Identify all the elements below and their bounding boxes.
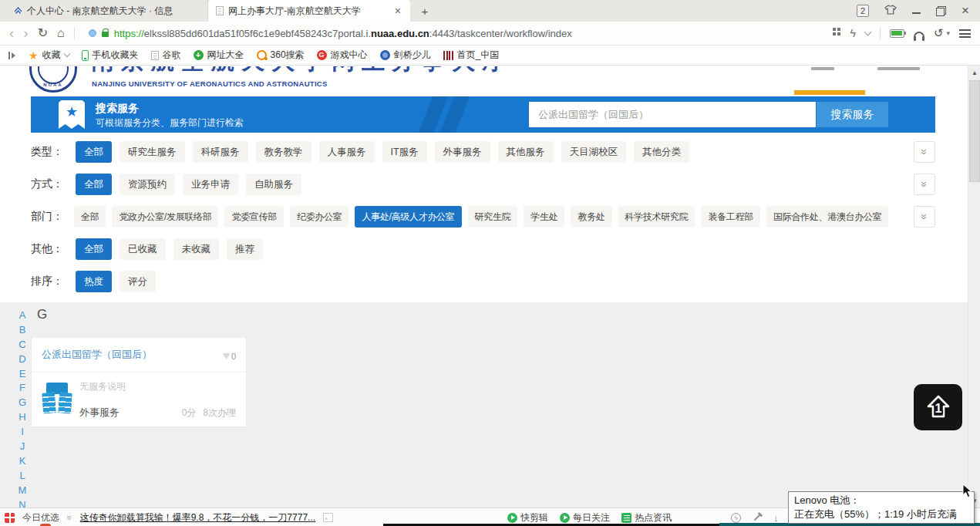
pin-icon[interactable] <box>754 514 760 521</box>
index-letter[interactable]: D <box>16 353 29 368</box>
tab-personal-center[interactable]: 个人中心 - 南京航空航天大学 · 信息 <box>6 0 208 22</box>
double-chevron-down-icon: » <box>921 149 928 155</box>
index-letter[interactable]: K <box>16 455 29 470</box>
index-letter[interactable]: E <box>16 368 29 383</box>
close-tab-icon[interactable]: × <box>393 5 402 17</box>
chevron-down-icon[interactable] <box>864 28 871 35</box>
filter-option[interactable]: 其他分类 <box>634 141 689 163</box>
bookmark-item[interactable]: 首页_中国 <box>443 49 500 62</box>
index-letter[interactable]: A <box>16 309 29 324</box>
service-search-input[interactable] <box>529 102 816 127</box>
filter-option[interactable]: 已收藏 <box>120 238 166 260</box>
sidebar-expand-icon[interactable] <box>8 51 17 60</box>
expand-row-button[interactable]: » <box>914 174 935 195</box>
filter-option[interactable]: 自助服务 <box>246 174 301 195</box>
ticker-tool[interactable]: 快剪辑 <box>507 511 548 524</box>
index-letter[interactable]: F <box>16 382 29 396</box>
filter-option[interactable]: 科学技术研究院 <box>618 206 695 228</box>
filter-option[interactable]: 业务申请 <box>183 174 238 195</box>
filter-option[interactable]: 研究生院 <box>468 206 518 228</box>
back-to-top-button[interactable]: 1 <box>914 384 962 430</box>
new-tab-button[interactable]: + <box>415 3 435 20</box>
service-title-link[interactable]: 公派出国留学（回国后） <box>42 348 152 362</box>
filter-option[interactable]: 全部 <box>74 206 106 228</box>
filter-option[interactable]: 推荐 <box>227 238 263 260</box>
back-button[interactable]: ‹ <box>9 25 14 41</box>
filter-option[interactable]: 天目湖校区 <box>561 141 627 163</box>
filter-option[interactable]: IT服务 <box>382 141 427 163</box>
filter-option[interactable]: 科研服务 <box>193 141 248 163</box>
bookmark-item[interactable]: 谷歌 <box>151 49 181 62</box>
filter-option[interactable]: 资源预约 <box>120 174 175 195</box>
battery-plugin-icon[interactable] <box>890 29 904 38</box>
skin-theme-icon[interactable] <box>884 4 897 18</box>
vertical-scrollbar[interactable]: ▲ ▼ <box>968 66 980 507</box>
filter-option[interactable]: 外事服务 <box>435 141 490 163</box>
search-service-button[interactable]: 搜索服务 <box>817 102 888 127</box>
index-letter[interactable]: L <box>16 470 29 484</box>
tab-task-hall[interactable]: 网上办事大厅-南京航空航天大学 × <box>208 0 410 22</box>
forward-button[interactable]: › <box>23 25 28 41</box>
filter-option[interactable]: 热度 <box>76 271 112 292</box>
expand-row-button[interactable]: » <box>914 206 935 228</box>
collapse-down-icon[interactable]: ↓ <box>773 512 779 524</box>
history-undo-icon[interactable]: ↺ <box>934 26 944 40</box>
filter-option[interactable]: 学生处 <box>524 206 564 228</box>
scroll-up-arrow[interactable]: ▲ <box>968 69 980 76</box>
filter-option[interactable]: 全部 <box>76 141 112 163</box>
tab-count-badge[interactable]: 2 <box>857 5 869 17</box>
home-button[interactable]: ⌂ <box>57 25 65 41</box>
address-bar[interactable]: https://elkssl885dd601da51f05f6c1e9ebf45… <box>84 23 824 43</box>
close-window-button[interactable]: × <box>961 5 969 17</box>
filter-option[interactable]: 党委宣传部 <box>224 206 284 228</box>
bookmark-item[interactable]: 360搜索 <box>257 49 305 62</box>
expand-row-button[interactable]: » <box>914 141 935 163</box>
filter-option[interactable]: 全部 <box>76 174 112 195</box>
filter-option[interactable]: 党政办公室/发展联络部 <box>112 206 218 228</box>
filter-option[interactable]: 研究生服务 <box>120 141 185 163</box>
filter-option[interactable]: 纪委办公室 <box>290 206 349 228</box>
filter-option[interactable]: 评分 <box>120 271 156 292</box>
url-text[interactable]: https://elkssl885dd601da51f05f6c1e9ebf45… <box>114 28 572 39</box>
daily-picks-label[interactable]: 今日优选 <box>22 511 59 524</box>
index-letter[interactable]: H <box>16 411 29 426</box>
headphones-icon[interactable] <box>914 32 924 39</box>
refresh-button[interactable]: ↻ <box>38 25 48 41</box>
filter-option[interactable]: 装备工程部 <box>701 206 760 228</box>
index-letter[interactable]: G <box>16 396 29 411</box>
site-info-icon[interactable] <box>89 29 96 37</box>
speedup-icon[interactable]: ϟ <box>850 27 855 39</box>
restore-button[interactable] <box>936 6 946 16</box>
filter-option[interactable]: 人事处/高级人才办公室 <box>355 206 461 228</box>
filter-option[interactable]: 国际合作处、港澳台办公室 <box>766 206 888 228</box>
index-letter[interactable]: C <box>16 339 29 353</box>
index-letter[interactable]: J <box>16 440 29 455</box>
index-letter[interactable]: M <box>16 484 29 499</box>
minimize-button[interactable] <box>912 8 921 14</box>
news-headline-link[interactable]: 这传奇你卸载算我输！爆率9.8，不花一分钱，一刀7777... <box>80 511 315 524</box>
bookmark-item[interactable]: 剑桥少儿 <box>380 49 431 62</box>
filter-option[interactable]: 人事服务 <box>319 141 375 163</box>
double-chevron-down-icon[interactable]: » <box>64 515 75 521</box>
bookmark-item[interactable]: 手机收藏夹 <box>82 49 139 62</box>
scrollbar-thumb[interactable] <box>969 80 980 182</box>
index-letter[interactable]: I <box>16 426 29 440</box>
filter-option[interactable]: 全部 <box>76 238 112 260</box>
filter-option[interactable]: 未收藏 <box>173 238 220 260</box>
menu-icon[interactable] <box>959 29 971 38</box>
filter-option[interactable]: 教务处 <box>571 206 611 228</box>
ticker-tool[interactable]: 每日关注 <box>560 511 610 524</box>
filter-option[interactable]: 其他服务 <box>498 141 554 163</box>
bookmark-item[interactable]: 游戏中心 <box>317 49 368 62</box>
ticker-tool[interactable]: 热点资讯 <box>621 511 672 524</box>
boost-icon[interactable]: ϟ <box>731 513 741 523</box>
filter-option[interactable]: 教务教学 <box>256 141 312 163</box>
lock-icon[interactable] <box>102 32 109 37</box>
index-letter[interactable]: B <box>16 324 29 339</box>
search-service-banner: ★ 搜索服务 可根据服务分类、服务部门进行检索 搜索服务 <box>31 96 935 133</box>
favorite-control[interactable]: ♥0 <box>223 349 236 361</box>
bookmark-item[interactable]: 收藏 <box>29 49 69 62</box>
bookmark-item[interactable]: 网址大全 <box>194 49 244 62</box>
service-card[interactable]: 公派出国留学（回国后） ♥0 无服务说明 外事服务 0分8次办理 <box>31 337 247 427</box>
qr-code-icon[interactable] <box>833 28 836 31</box>
